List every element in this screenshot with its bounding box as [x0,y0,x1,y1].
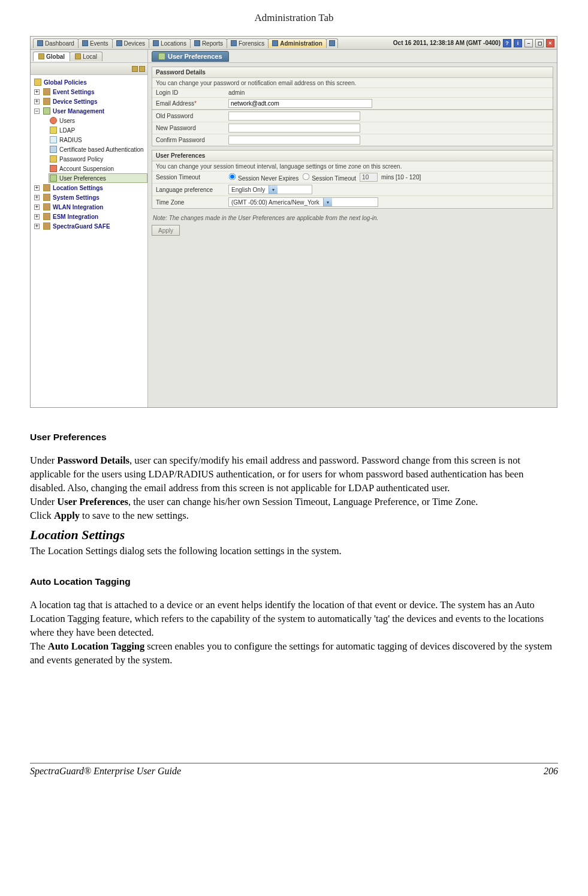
events-icon [82,40,88,46]
language-select[interactable]: English Only ▾ [228,185,312,194]
expander-icon[interactable]: + [34,99,40,104]
page-footer: SpectraGuard® Enterprise User Guide 206 [30,763,558,777]
timezone-select[interactable]: (GMT -05:00) America/New_York ▾ [228,197,378,207]
tab-forensics[interactable]: Forensics [227,38,269,48]
paragraph-auto-tagging-2: The Auto Location Tagging screen enables… [30,639,558,667]
tab-label: Dashboard [45,40,74,47]
tree-system-settings[interactable]: +System Settings [33,193,147,202]
info-icon[interactable]: i [514,39,522,47]
tab-extra[interactable] [326,38,338,48]
users-icon [50,117,57,124]
confirm-password-field[interactable] [228,136,360,145]
footer-page-number: 206 [544,766,558,777]
chevron-down-icon: ▾ [269,185,278,194]
tree-event-settings[interactable]: +Event Settings [33,87,147,97]
panel-title: User Preferences [152,51,229,62]
subtab-label: Local [83,53,97,60]
close-icon[interactable]: × [546,39,554,47]
tab-locations[interactable]: Locations [149,38,191,48]
select-value: English Only [231,187,265,193]
session-timeout-options: Session Never Expires Session Timeout mi… [228,173,421,182]
tab-label: Devices [124,40,146,47]
tab-reports[interactable]: Reports [190,38,227,48]
footer-guide-title: SpectraGuard® Enterprise User Guide [30,766,181,777]
app-topbar: Dashboard Events Devices Locations Repor… [31,37,557,50]
label-timezone: Time Zone [156,199,225,206]
expand-all-icon[interactable] [132,66,138,72]
tree-password-policy[interactable]: Password Policy [49,154,147,164]
tree-label: RADIUS [59,137,82,143]
tree-label: Users [59,118,75,124]
subbar-right: User Preferences [148,51,229,62]
folder-icon [43,98,50,105]
expander-icon[interactable]: + [34,185,40,191]
expander-icon[interactable]: − [34,109,40,114]
row-timezone: Time Zone (GMT -05:00) America/New_York … [152,196,553,208]
password-icon [50,155,57,163]
radio-never-expires[interactable]: Session Never Expires [228,173,298,182]
collapse-all-icon[interactable] [139,66,145,72]
tab-administration[interactable]: Administration [268,38,327,48]
tree-wlan-integration[interactable]: +WLAN Integration [33,202,147,212]
dashboard-icon [37,40,43,46]
maximize-icon[interactable]: ◻ [535,39,544,47]
tree-ldap[interactable]: LDAP [49,125,147,135]
help-icon[interactable]: ? [503,39,511,47]
expander-icon[interactable]: + [34,224,40,229]
row-confirm-password: Confirm Password [152,134,553,146]
sidebar: Global Policies +Event Settings +Device … [31,63,148,407]
apply-button[interactable]: Apply [152,225,180,236]
tree-label: Certificate based Authentication [59,146,144,153]
label-email: Email Address* [156,100,225,107]
tree-label: User Management [53,108,104,115]
tree-user-management[interactable]: −User Management [33,106,147,116]
radio-session-timeout[interactable]: Session Timeout [302,173,356,182]
tree-location-settings[interactable]: +Location Settings [33,183,147,193]
tab-label: Events [90,40,108,47]
refresh-icon [329,40,335,46]
tree-global-policies[interactable]: Global Policies [33,77,147,87]
tree-radius[interactable]: RADIUS [49,135,147,145]
heading-location-settings: Location Settings [30,527,558,543]
subtab-local[interactable]: Local [70,52,102,61]
ldap-icon [50,127,57,134]
folder-icon [43,88,50,95]
tree-account-suspension[interactable]: Account Suspension [49,164,147,173]
tree-spectraguard-safe[interactable]: +SpectraGuard SAFE [33,221,147,231]
minimize-icon[interactable]: – [524,39,533,47]
tab-devices[interactable]: Devices [112,38,150,48]
folder-icon [43,107,50,115]
tree-esm-integration[interactable]: +ESM Integration [33,212,147,221]
topbar-right: Oct 16 2011, 12:38:18 AM (GMT -0400) ? i… [393,39,554,47]
tree-cert-auth[interactable]: Certificate based Authentication [49,145,147,154]
app-subbar: Global Local User Preferences [31,50,557,63]
label-new-password: New Password [156,125,225,131]
paragraph-apply: Click Apply to save to the new settings. [30,509,558,522]
label-old-password: Old Password [156,113,225,119]
row-language: Language preference English Only ▾ [152,183,553,196]
tree-device-settings[interactable]: +Device Settings [33,97,147,106]
subtab-global[interactable]: Global [33,52,70,61]
app-body: Global Policies +Event Settings +Device … [31,63,557,407]
expander-icon[interactable]: + [34,89,40,95]
tree-users[interactable]: Users [49,116,147,125]
heading-user-preferences: User Preferences [30,432,558,443]
devices-icon [116,40,122,46]
admin-icon [272,40,278,46]
radius-icon [50,136,57,143]
password-details-section: Password Details You can change your pas… [152,67,553,110]
email-field[interactable] [228,99,372,108]
folder-icon [43,184,50,191]
old-password-field[interactable] [228,112,360,121]
expander-icon[interactable]: + [34,205,40,210]
tree-user-preferences[interactable]: User Preferences [49,173,147,183]
app-window: Dashboard Events Devices Locations Repor… [30,36,557,408]
tree-label: Event Settings [53,89,94,95]
expander-icon[interactable]: + [34,214,40,220]
tab-dashboard[interactable]: Dashboard [33,38,79,48]
policies-icon [34,79,41,86]
expander-icon[interactable]: + [34,195,40,200]
new-password-field[interactable] [228,124,360,133]
tab-events[interactable]: Events [78,38,113,48]
prefs-icon [50,175,57,182]
